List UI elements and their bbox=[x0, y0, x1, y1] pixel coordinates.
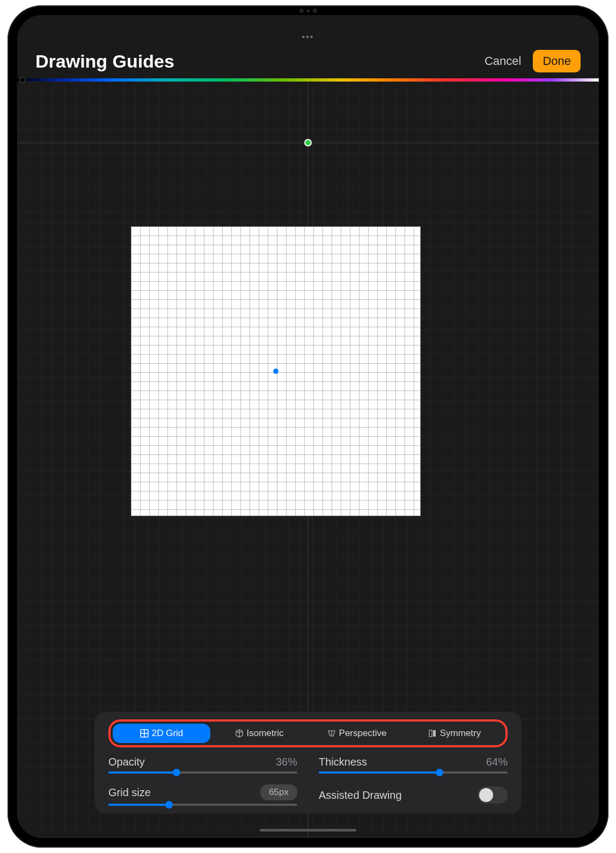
home-indicator[interactable] bbox=[260, 829, 356, 832]
svg-rect-4 bbox=[429, 730, 432, 737]
thickness-slider[interactable] bbox=[319, 771, 508, 774]
opacity-label: Opacity bbox=[108, 756, 145, 768]
grid-size-label: Grid size bbox=[108, 786, 151, 799]
drag-handle-icon[interactable]: ••• bbox=[302, 32, 314, 42]
app-screen: ••• Drawing Guides Cancel Done 2D Grid bbox=[17, 15, 599, 838]
grid-size-value-badge[interactable]: 65px bbox=[260, 784, 297, 800]
assisted-drawing-block: Assisted Drawing bbox=[319, 784, 508, 806]
toggle-knob bbox=[479, 788, 493, 802]
controls-panel: 2D Grid Isometric Perspective Symmetry bbox=[94, 712, 522, 813]
sliders-grid: Opacity 36% Thickness 64% bbox=[108, 756, 508, 806]
ipad-frame: ••• Drawing Guides Cancel Done 2D Grid bbox=[8, 5, 608, 848]
segment-label: Perspective bbox=[339, 728, 387, 739]
thickness-label: Thickness bbox=[319, 756, 367, 768]
perspective-icon bbox=[327, 729, 336, 738]
grid-size-slider[interactable] bbox=[108, 804, 297, 806]
opacity-slider-block: Opacity 36% bbox=[108, 756, 297, 774]
cancel-button[interactable]: Cancel bbox=[485, 54, 521, 68]
segment-perspective[interactable]: Perspective bbox=[308, 724, 406, 743]
header: Drawing Guides Cancel Done bbox=[17, 45, 599, 77]
symmetry-icon bbox=[428, 729, 437, 738]
svg-rect-5 bbox=[433, 730, 436, 737]
assisted-drawing-label: Assisted Drawing bbox=[319, 789, 402, 801]
done-button[interactable]: Done bbox=[533, 50, 581, 72]
canvas-center-handle[interactable] bbox=[273, 369, 278, 374]
segment-label: 2D Grid bbox=[152, 728, 184, 739]
grid-size-slider-block: Grid size 65px bbox=[108, 784, 297, 806]
segment-2d-grid[interactable]: 2D Grid bbox=[113, 724, 210, 743]
opacity-slider[interactable] bbox=[108, 771, 297, 774]
guide-type-segmented: 2D Grid Isometric Perspective Symmetry bbox=[113, 724, 503, 743]
opacity-value: 36% bbox=[276, 756, 297, 768]
segment-label: Symmetry bbox=[440, 728, 481, 739]
segment-isometric[interactable]: Isometric bbox=[210, 724, 308, 743]
page-title: Drawing Guides bbox=[35, 51, 174, 72]
drawing-canvas[interactable] bbox=[131, 226, 421, 516]
thickness-value: 64% bbox=[486, 756, 508, 768]
segment-label: Isometric bbox=[247, 728, 284, 739]
assisted-drawing-toggle[interactable] bbox=[478, 786, 508, 804]
header-actions: Cancel Done bbox=[485, 50, 581, 72]
cube-icon bbox=[235, 729, 244, 738]
guide-type-segmented-highlight: 2D Grid Isometric Perspective Symmetry bbox=[108, 719, 508, 747]
segment-symmetry[interactable]: Symmetry bbox=[406, 724, 503, 743]
thickness-slider-block: Thickness 64% bbox=[319, 756, 508, 774]
guide-origin-handle[interactable] bbox=[304, 139, 312, 146]
camera-notch bbox=[294, 9, 322, 13]
grid-icon bbox=[140, 729, 149, 738]
